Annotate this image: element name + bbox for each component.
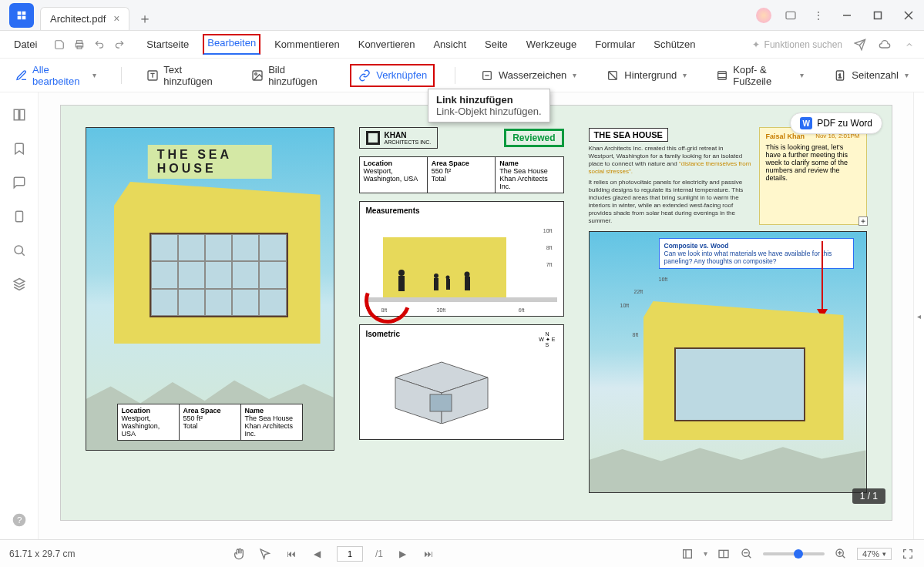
thumbnails-icon[interactable] xyxy=(11,106,28,123)
zoom-select[interactable]: 47%▾ xyxy=(857,548,892,560)
canvas-scroll[interactable]: THE SEA HOUSE LocationWestport, Washingt… xyxy=(39,92,913,539)
last-page-icon[interactable]: ⏭ xyxy=(422,547,435,561)
page-number-button[interactable]: 1 Seitenzahl ▾ xyxy=(828,65,913,86)
info-location-h: Location xyxy=(122,407,175,414)
user-avatar-icon[interactable] xyxy=(756,8,771,23)
add-text-label: Text hinzufügen xyxy=(163,64,222,87)
bookmark-icon[interactable] xyxy=(11,140,28,157)
zoom-slider-thumb[interactable] xyxy=(794,549,803,559)
tab-startseite[interactable]: Startseite xyxy=(142,34,193,55)
page-col-review: THE SEA HOUSE Khan Architects Inc. creat… xyxy=(589,127,867,498)
print-icon[interactable] xyxy=(72,38,86,52)
comment-panel-icon[interactable] xyxy=(11,174,28,191)
watermark-icon xyxy=(480,69,494,82)
search-functions[interactable]: ✦ Funktionen suchen xyxy=(752,39,842,50)
tab-ansicht[interactable]: Ansicht xyxy=(428,34,471,55)
window-minimize-button[interactable] xyxy=(832,0,862,31)
tab-konvertieren[interactable]: Konvertieren xyxy=(354,34,420,55)
comment-callout[interactable]: Composite vs. Wood Can we look into what… xyxy=(659,238,854,269)
svg-rect-30 xyxy=(446,279,450,290)
tab-werkzeuge[interactable]: Werkzeuge xyxy=(522,34,582,55)
attachment-icon[interactable] xyxy=(11,208,28,225)
svg-rect-20 xyxy=(15,211,22,222)
window-close-button[interactable] xyxy=(893,0,924,31)
tab-schuetzen[interactable]: Schützen xyxy=(649,34,700,55)
chevron-up-icon[interactable] xyxy=(902,38,916,52)
zoom-in-icon[interactable] xyxy=(834,547,848,561)
isometric-panel: Isometric N W ✦ E S xyxy=(359,324,564,440)
close-tab-icon[interactable]: × xyxy=(113,12,119,25)
more-icon[interactable]: ⋮ xyxy=(810,7,827,24)
zoom-slider[interactable] xyxy=(763,552,825,555)
header-footer-button[interactable]: Kopf- & Fußzeile ▾ xyxy=(711,61,808,90)
detail-info-table: LocationWestport, Washington, USA Area S… xyxy=(359,156,564,193)
word-icon: W xyxy=(800,117,812,129)
link-button[interactable]: Verknüpfen xyxy=(350,64,435,87)
prev-page-icon[interactable]: ◀ xyxy=(311,547,324,561)
col3-title: THE SEA HOUSE xyxy=(589,128,668,142)
dim-7ft: 7ft xyxy=(546,262,553,267)
info2-name-v: The Sea House Khan Architects Inc. xyxy=(499,167,559,190)
pdf-to-word-button[interactable]: W PDF zu Word xyxy=(790,112,882,134)
window-maximize-button[interactable] xyxy=(862,0,893,31)
message-icon[interactable] xyxy=(782,7,799,24)
caret-down-icon: ▾ xyxy=(905,71,909,79)
isometric-drawing xyxy=(388,347,496,424)
compass-w: W xyxy=(539,337,544,342)
compass: N W ✦ E S xyxy=(539,331,555,347)
cover-title: THE SEA HOUSE xyxy=(148,145,272,179)
fullscreen-icon[interactable] xyxy=(901,547,915,561)
send-icon[interactable] xyxy=(853,38,867,52)
page-number-input[interactable] xyxy=(337,546,363,562)
hand-tool-icon[interactable] xyxy=(232,547,246,561)
document-tab[interactable]: Architect.pdf × xyxy=(40,7,129,30)
collapse-right-panel-icon[interactable]: ◂ xyxy=(913,92,924,539)
edit-toolbar: Alle bearbeiten ▾ Text hinzufügen Bild h… xyxy=(0,59,924,92)
tab-bearbeiten[interactable]: Bearbeiten xyxy=(203,34,260,55)
info2-name-h: Name xyxy=(499,159,559,167)
measurements-panel: Measurements 30ft 6ft 8ft 10ft 8ft 7ft xyxy=(359,201,564,317)
add-image-button[interactable]: Bild hinzufügen xyxy=(247,61,330,90)
sticky-note[interactable]: Faisal Khan Nov 16, 2:01PM This is looki… xyxy=(759,127,867,225)
new-tab-button[interactable]: ＋ xyxy=(134,8,156,29)
svg-text:?: ? xyxy=(17,515,22,525)
fit-page-icon[interactable] xyxy=(680,547,694,561)
svg-rect-19 xyxy=(19,109,24,120)
tab-formular[interactable]: Formular xyxy=(590,34,640,55)
edit-all-button[interactable]: Alle bearbeiten ▾ xyxy=(11,61,101,90)
first-page-icon[interactable]: ⏮ xyxy=(284,547,298,561)
menubar: Datei Startseite Bearbeiten Kommentieren… xyxy=(0,31,924,59)
tab-seite[interactable]: Seite xyxy=(480,34,512,55)
search-icon[interactable] xyxy=(11,242,28,259)
background-button[interactable]: Hintergrund ▾ xyxy=(601,65,691,86)
page-number-icon: 1 xyxy=(833,69,847,82)
sticky-expand-icon[interactable]: ＋ xyxy=(858,216,868,226)
separator xyxy=(121,67,122,84)
fit-caret-icon[interactable]: ▾ xyxy=(704,549,707,558)
pdf-page[interactable]: THE SEA HOUSE LocationWestport, Washingt… xyxy=(60,105,892,521)
svg-rect-28 xyxy=(434,278,438,290)
add-text-button[interactable]: Text hinzufügen xyxy=(142,61,227,90)
save-icon[interactable] xyxy=(52,38,66,52)
help-icon[interactable]: ? xyxy=(11,512,28,528)
redo-icon[interactable] xyxy=(113,38,126,52)
svg-rect-26 xyxy=(398,276,405,291)
tab-kommentieren[interactable]: Kommentieren xyxy=(270,34,344,55)
zoom-out-icon[interactable] xyxy=(740,547,754,561)
layers-icon[interactable] xyxy=(11,276,28,293)
undo-icon[interactable] xyxy=(92,38,106,52)
caret-down-icon: ▾ xyxy=(92,71,96,79)
next-page-icon[interactable]: ▶ xyxy=(395,547,409,561)
info-location-v: Westport, Washington, USA xyxy=(122,414,175,438)
cloud-icon[interactable] xyxy=(878,38,892,52)
info2-area-h: Area Space xyxy=(432,159,491,167)
svg-point-29 xyxy=(445,276,449,280)
svg-point-10 xyxy=(255,72,257,75)
read-mode-icon[interactable] xyxy=(717,547,731,561)
svg-point-25 xyxy=(398,270,405,276)
svg-rect-18 xyxy=(14,109,18,120)
watermark-button[interactable]: Wasserzeichen ▾ xyxy=(475,65,581,86)
menu-file[interactable]: Datei xyxy=(8,35,43,53)
select-tool-icon[interactable] xyxy=(258,547,272,561)
svg-rect-37 xyxy=(684,549,692,558)
